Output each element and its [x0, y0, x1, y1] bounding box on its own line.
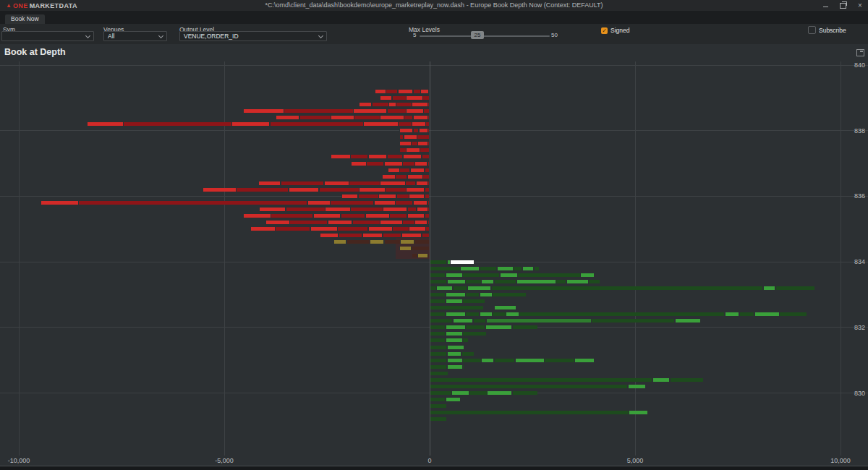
ask-order-segment: [383, 208, 407, 211]
y-axis-tick: 838: [854, 127, 865, 134]
segment-gap: [243, 214, 244, 218]
ask-order-segment: [380, 181, 405, 185]
minimize-icon: [823, 7, 828, 7]
segment-gap: [412, 129, 414, 132]
ask-order-segment: [342, 195, 357, 198]
segment-gap: [412, 122, 413, 126]
segment-gap: [594, 273, 595, 277]
segment-gap: [353, 109, 354, 113]
ask-order-segment: [420, 129, 427, 132]
segment-gap: [386, 109, 388, 113]
chevron-down-icon: [158, 33, 163, 38]
segment-gap: [414, 240, 415, 244]
ask-order-segment: [383, 175, 394, 179]
close-button[interactable]: ×: [855, 1, 865, 10]
segment-gap: [391, 96, 393, 100]
restore-button[interactable]: [838, 1, 848, 10]
segment-gap: [386, 155, 388, 158]
segment-gap: [399, 129, 401, 132]
segment-gap: [462, 299, 464, 303]
max-levels-slider-handle[interactable]: 25: [471, 31, 484, 39]
segment-gap: [406, 96, 407, 100]
segment-gap: [424, 188, 425, 192]
ask-order-segment: [276, 116, 299, 119]
bid-bar: [430, 411, 647, 414]
bid-order-segment: [461, 267, 479, 270]
segment-gap: [407, 208, 408, 211]
ask-order-segment: [412, 122, 425, 126]
output-level-select[interactable]: VENUE,ORDER_ID: [179, 31, 327, 41]
segment-gap: [418, 129, 420, 132]
segment-gap: [307, 201, 308, 205]
restore-icon: [840, 3, 846, 9]
bid-order-segment: [486, 325, 511, 329]
tab-book-now[interactable]: Book Now: [5, 14, 45, 24]
ask-order-segment: [326, 208, 350, 211]
segment-gap: [417, 135, 418, 139]
gridline-vertical: [841, 61, 841, 456]
segment-gap: [445, 398, 446, 401]
venues-select[interactable]: All: [103, 31, 167, 41]
segment-gap: [367, 227, 369, 231]
x-axis-tick: 0: [427, 457, 431, 464]
segment-gap: [236, 188, 237, 192]
logo-triangle-icon: ▲: [6, 2, 12, 9]
bid-order-segment: [575, 359, 594, 362]
bid-order-segment: [446, 293, 465, 296]
segment-gap: [462, 338, 464, 342]
segment-gap: [445, 312, 446, 316]
sym-select[interactable]: [1, 31, 94, 41]
ask-order-segment: [320, 234, 338, 237]
max-levels-max: 50: [551, 32, 558, 38]
chevron-down-icon: [318, 33, 323, 38]
gridline-horizontal: [0, 65, 868, 66]
segment-gap: [402, 155, 404, 158]
segment-gap: [327, 221, 328, 224]
segment-gap: [417, 142, 419, 145]
segment-gap: [403, 135, 404, 139]
bid-order-segment: [488, 391, 511, 395]
segment-gap: [396, 195, 397, 198]
output-level-value: VENUE,ORDER_ID: [184, 33, 239, 40]
max-levels-slider-track[interactable]: [420, 35, 550, 37]
ask-order-segment: [370, 240, 383, 244]
ask-order-segment: [415, 162, 427, 166]
bid-order-segment: [446, 312, 465, 316]
segment-gap: [594, 359, 595, 362]
segment-gap: [427, 129, 429, 132]
segment-gap: [285, 208, 286, 211]
segment-gap: [629, 411, 630, 414]
segment-gap: [472, 319, 474, 322]
gridline-horizontal: [0, 196, 868, 197]
segment-gap: [452, 286, 454, 290]
segment-gap: [566, 280, 567, 283]
subscribe-checkbox[interactable]: [808, 26, 816, 34]
ask-order-segment: [407, 109, 423, 113]
segment-gap: [481, 359, 482, 362]
toolbar: Sym Venues All Output Level VENUE,ORDER_…: [0, 24, 868, 45]
bid-order-segment: [448, 365, 462, 369]
gridline-vertical: [224, 61, 225, 456]
segment-gap: [424, 168, 425, 172]
ask-order-segment: [88, 122, 122, 126]
segment-gap: [499, 273, 501, 277]
bid-order-segment: [629, 411, 647, 414]
ask-order-segment: [401, 240, 414, 244]
segment-gap: [388, 103, 390, 106]
segment-gap: [406, 188, 407, 192]
segment-gap: [407, 214, 408, 218]
segment-gap: [354, 116, 355, 119]
ask-order-segment: [399, 90, 412, 93]
minimize-button[interactable]: [820, 1, 830, 10]
logo-text-marketdata: MARKETDATA: [30, 2, 77, 9]
segment-gap: [516, 280, 517, 283]
segment-gap: [779, 312, 780, 316]
segment-gap: [467, 286, 468, 290]
segment-gap: [652, 378, 653, 382]
segment-gap: [511, 391, 513, 395]
segment-gap: [258, 208, 260, 211]
ask-order-segment: [260, 208, 285, 211]
title-bar: ▲ ONE MARKETDATA *C:\omd\client_data\das…: [0, 0, 868, 11]
segment-gap: [412, 201, 414, 205]
signed-checkbox[interactable]: ✓: [601, 27, 608, 34]
